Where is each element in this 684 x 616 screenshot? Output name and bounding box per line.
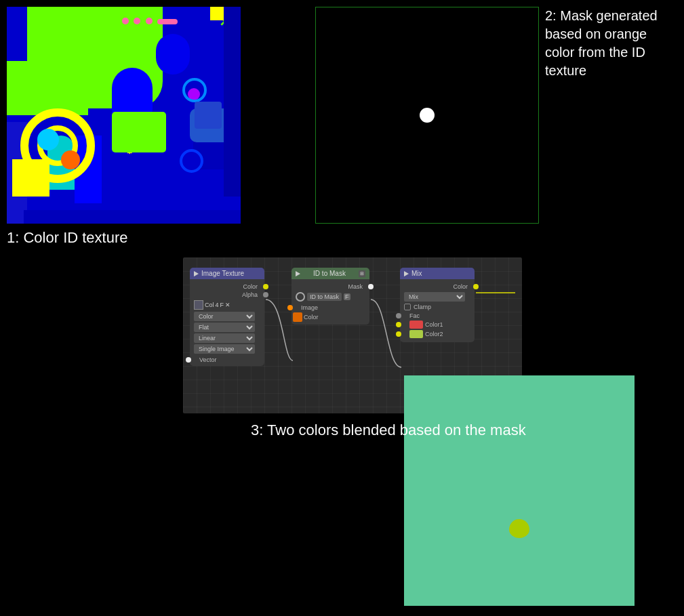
color1-label: Color1 [425, 321, 443, 328]
source-select[interactable]: Single Image [194, 344, 255, 354]
socket-vector-in[interactable] [186, 357, 191, 363]
image-input-label: Image [301, 304, 318, 311]
color-label: Color [304, 314, 319, 321]
output-mask-label: Mask [348, 283, 363, 290]
label-panel3: 3: Two colors blended based on the mask [251, 420, 526, 441]
node-title: ID to Mask [313, 270, 346, 277]
label-panel1: 1: Color ID texture [7, 229, 128, 247]
world-icon [296, 292, 305, 302]
delete-icon[interactable]: ✕ [225, 302, 230, 308]
output-alpha-label: Alpha [242, 291, 258, 298]
socket-mask-out[interactable] [368, 284, 374, 289]
fac-label: Fac [409, 312, 420, 319]
collapse-icon [296, 271, 300, 276]
projection-select[interactable]: Flat [194, 323, 255, 332]
socket-color2-in[interactable] [396, 331, 401, 337]
vector-label: Vector [199, 356, 217, 363]
mix-mode-select[interactable]: Mix [404, 292, 465, 302]
socket-image-in[interactable] [287, 305, 293, 310]
color2-swatch[interactable] [409, 330, 423, 338]
interpolation-select[interactable]: Linear [194, 333, 255, 343]
socket-color-out[interactable] [473, 284, 479, 289]
output-color-label: Color [453, 283, 468, 290]
image-thumbnail-icon [194, 300, 203, 310]
collapse-icon [404, 271, 409, 276]
node-title: Image Texture [201, 270, 244, 277]
color1-swatch[interactable] [409, 321, 423, 329]
blend-dot [509, 519, 529, 538]
node-mix[interactable]: Mix Color Mix Clamp Fac [400, 268, 475, 342]
mask-preview-panel [315, 7, 539, 224]
socket-alpha-out[interactable] [263, 292, 268, 297]
color-id-panel: ✕ ⚙ [7, 7, 241, 224]
color2-label: Color2 [425, 331, 443, 337]
clamp-label: Clamp [414, 304, 431, 310]
collapse-icon [194, 271, 199, 276]
output-color-label: Color [243, 283, 258, 290]
color-mode-select[interactable]: Color [194, 312, 255, 321]
id-to-mask-button[interactable]: ID to Mask [307, 293, 342, 301]
mask-caption: 2: Mask generated based on orange color … [545, 7, 677, 80]
node-image-texture[interactable]: Image Texture Color Alpha Col 4 F ✕ [190, 268, 264, 366]
pin-icon[interactable]: ⊞ [359, 270, 365, 277]
clamp-checkbox[interactable] [404, 304, 411, 310]
color-picker-icon[interactable] [293, 312, 302, 322]
socket-color-out[interactable] [263, 284, 268, 289]
f-badge: F [344, 293, 350, 300]
node-id-to-mask[interactable]: ID to Mask ⊞ Mask ID to Mask F Image C [291, 268, 369, 325]
mask-white-dot [420, 108, 435, 123]
blended-result-panel [404, 375, 635, 606]
socket-fac-in[interactable] [396, 313, 401, 319]
node-title: Mix [411, 270, 422, 277]
socket-color1-in[interactable] [396, 322, 401, 327]
